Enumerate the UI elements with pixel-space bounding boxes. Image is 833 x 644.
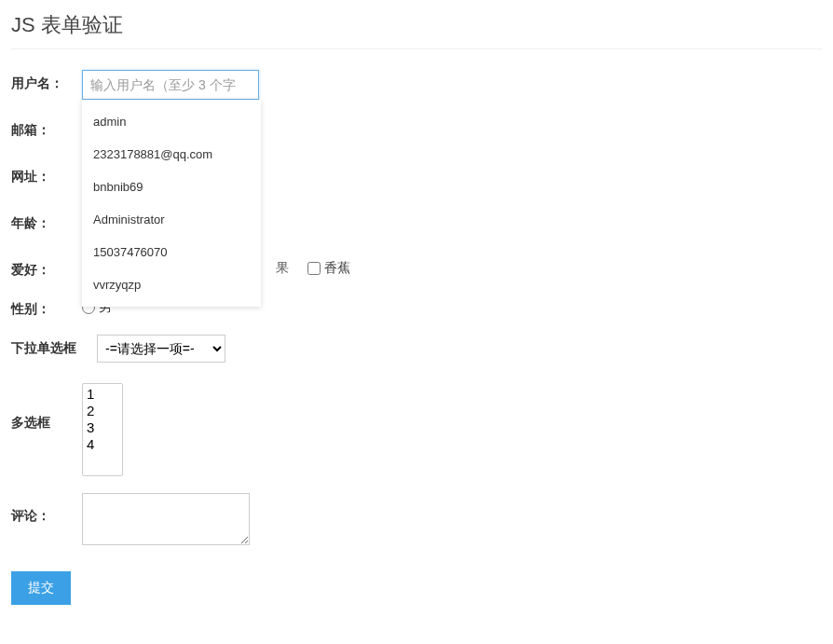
- multi-select[interactable]: 1 2 3 4: [82, 383, 123, 476]
- multi-option[interactable]: 4: [83, 436, 122, 453]
- autocomplete-item[interactable]: 15037476070: [82, 236, 261, 268]
- label-email: 邮箱：: [11, 116, 82, 139]
- autocomplete-item[interactable]: vvrzyqzp: [82, 268, 261, 301]
- label-gender: 性别：: [11, 295, 82, 318]
- validation-form: 用户名： admin 2323178881@qq.com bnbnib69 Ad…: [11, 70, 822, 605]
- row-username: 用户名： admin 2323178881@qq.com bnbnib69 Ad…: [11, 70, 822, 100]
- submit-button[interactable]: 提交: [11, 571, 71, 605]
- hobby-label-3: 香蕉: [324, 260, 350, 277]
- comment-textarea[interactable]: [82, 493, 250, 545]
- multi-option[interactable]: 1: [83, 386, 122, 403]
- row-comment: 评论：: [11, 493, 822, 545]
- autocomplete-item[interactable]: Administrator: [82, 203, 261, 236]
- row-single-select: 下拉单选框 -=请选择一项=-: [11, 335, 822, 363]
- multi-option[interactable]: 2: [83, 403, 122, 419]
- autocomplete-item[interactable]: bnbnib69: [82, 171, 261, 203]
- row-multi-select: 多选框 1 2 3 4: [11, 379, 822, 476]
- label-url: 网址：: [11, 163, 82, 185]
- username-wrapper: admin 2323178881@qq.com bnbnib69 Adminis…: [82, 70, 259, 100]
- label-single-select: 下拉单选框: [11, 335, 97, 357]
- username-input[interactable]: [82, 70, 259, 100]
- autocomplete-item[interactable]: 2323178881@qq.com: [82, 138, 261, 171]
- label-hobby: 爱好：: [11, 256, 82, 279]
- multi-option[interactable]: 3: [83, 419, 122, 436]
- single-select[interactable]: -=请选择一项=-: [97, 335, 225, 363]
- autocomplete-dropdown: admin 2323178881@qq.com bnbnib69 Adminis…: [82, 100, 261, 307]
- label-username: 用户名：: [11, 70, 82, 92]
- label-comment: 评论：: [11, 493, 82, 525]
- label-multi-select: 多选框: [11, 379, 82, 432]
- page-title: JS 表单验证: [11, 11, 822, 49]
- label-age: 年龄：: [11, 210, 82, 232]
- hobby-label-2-suffix: 果: [276, 260, 289, 277]
- hobby-checkbox-3[interactable]: [307, 262, 321, 275]
- hobby-item-3: 香蕉: [307, 260, 350, 277]
- autocomplete-item[interactable]: admin: [82, 105, 261, 138]
